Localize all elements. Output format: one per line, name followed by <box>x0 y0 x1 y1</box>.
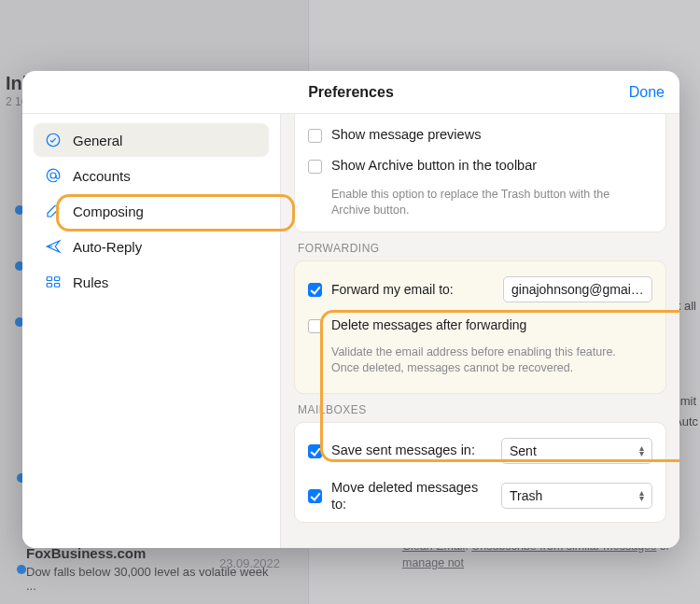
svg-point-8 <box>47 133 60 147</box>
sidebar-item-rules[interactable]: Rules <box>34 265 269 299</box>
move-deleted-select[interactable]: Trash ▴▾ <box>501 483 652 509</box>
save-sent-checkbox[interactable] <box>308 444 322 458</box>
option-row-message-previews: Show message previews <box>308 118 652 145</box>
show-message-previews-checkbox[interactable] <box>308 129 322 143</box>
sidebar-item-label: Rules <box>73 274 108 290</box>
sidebar-item-label: General <box>73 133 122 148</box>
checkmark-circle-icon <box>45 132 62 148</box>
option-label: Save sent messages in: <box>331 442 475 458</box>
preferences-sidebar: General Accounts Composing Auto-Reply <box>22 114 281 548</box>
svg-rect-10 <box>47 277 51 281</box>
at-icon <box>45 167 62 184</box>
mailboxes-card: Save sent messages in: Sent ▴▾ Move dele… <box>294 422 666 523</box>
general-card: servers. Show message previews Show Arch… <box>294 114 666 232</box>
section-label-forwarding: FORWARDING <box>298 242 663 255</box>
done-button[interactable]: Done <box>629 71 665 113</box>
sidebar-item-general[interactable]: General <box>34 123 269 157</box>
svg-rect-11 <box>55 277 60 281</box>
modal-header: Preferences Done <box>22 71 679 114</box>
option-label: Forward my email to: <box>331 282 454 297</box>
save-sent-select[interactable]: Sent ▴▾ <box>501 438 652 464</box>
modal-title: Preferences <box>308 84 394 101</box>
sidebar-item-accounts[interactable]: Accounts <box>34 159 269 192</box>
option-row-forward-email: Forward my email to: <box>308 271 652 306</box>
sidebar-item-autoreply[interactable]: Auto-Reply <box>34 230 269 263</box>
option-label: Show message previews <box>331 127 481 142</box>
stepper-icon: ▴▾ <box>639 445 644 457</box>
delete-after-forwarding-checkbox[interactable] <box>308 319 322 333</box>
move-deleted-checkbox[interactable] <box>308 489 322 503</box>
option-row-save-sent: Save sent messages in: Sent ▴▾ <box>308 430 652 471</box>
forwarding-card: Forward my email to: Delete messages aft… <box>294 260 666 394</box>
option-label: Show Archive button in the toolbar <box>331 158 537 173</box>
stepper-icon: ▴▾ <box>639 490 644 501</box>
forward-email-input[interactable] <box>503 276 652 302</box>
sidebar-item-composing[interactable]: Composing <box>34 194 269 228</box>
section-label-mailboxes: MAILBOXES <box>298 403 663 416</box>
select-value: Trash <box>510 488 542 503</box>
svg-rect-13 <box>55 284 60 288</box>
option-label: Move deleted messages to: <box>331 479 481 513</box>
airplane-icon <box>45 238 62 255</box>
option-row-move-deleted: Move deleted messages to: Trash ▴▾ <box>308 471 652 520</box>
forward-email-checkbox[interactable] <box>308 283 322 297</box>
rules-icon <box>45 274 62 290</box>
option-label: Delete messages after forwarding <box>331 317 526 332</box>
preferences-modal: Preferences Done General Accounts <box>22 71 679 548</box>
svg-rect-12 <box>47 284 51 288</box>
sidebar-item-label: Accounts <box>73 168 131 184</box>
compose-icon <box>45 203 62 219</box>
select-value: Sent <box>510 443 537 458</box>
show-archive-button-checkbox[interactable] <box>308 160 322 174</box>
sidebar-item-label: Composing <box>73 204 144 219</box>
preferences-content: servers. Show message previews Show Arch… <box>281 114 679 548</box>
sidebar-item-label: Auto-Reply <box>73 239 142 255</box>
option-hint: Validate the email address before enabli… <box>331 344 621 376</box>
svg-point-9 <box>50 173 56 178</box>
option-hint: Enable this option to replace the Trash … <box>331 187 639 218</box>
